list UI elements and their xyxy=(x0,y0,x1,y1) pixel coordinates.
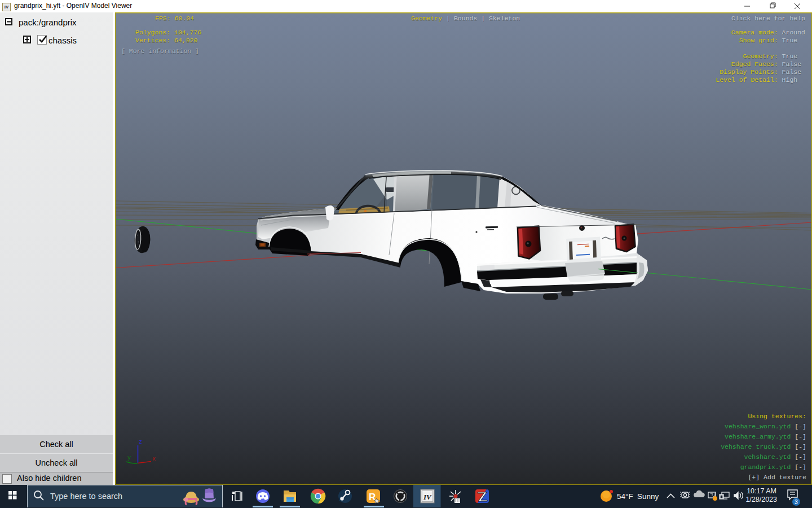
svg-text:IV: IV xyxy=(423,493,432,501)
svg-text:y: y xyxy=(127,455,131,461)
svg-text:z: z xyxy=(139,439,142,445)
svg-text:54°F: 54°F xyxy=(617,492,633,501)
svg-text:1/28/2023: 1/28/2023 xyxy=(745,496,777,503)
svg-text:3: 3 xyxy=(795,498,798,505)
svg-text:10:17 AM: 10:17 AM xyxy=(747,487,776,495)
svg-text:Sunny: Sunny xyxy=(637,492,659,501)
svg-text:x: x xyxy=(152,456,156,462)
svg-text:Type here to search: Type here to search xyxy=(50,492,122,501)
